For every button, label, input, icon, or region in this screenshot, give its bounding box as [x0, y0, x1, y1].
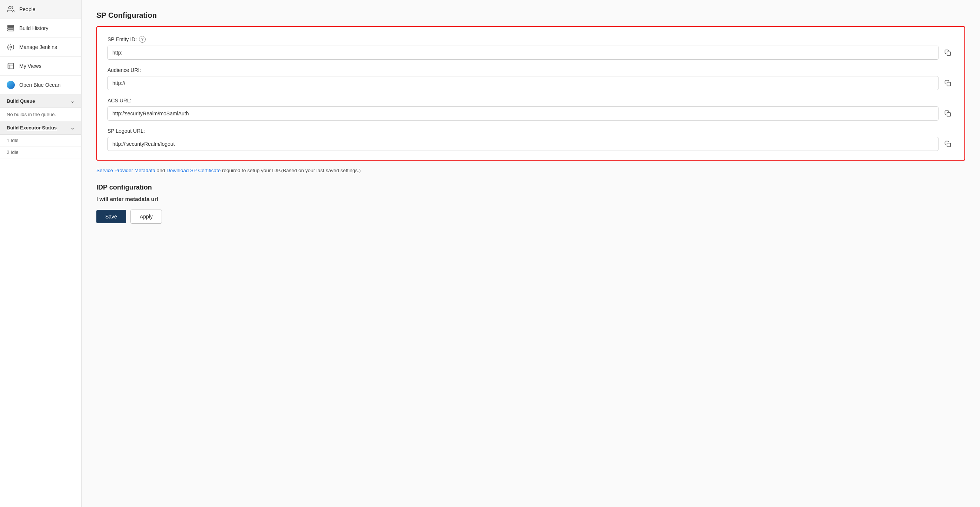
sidebar-item-my-views-label: My Views — [19, 63, 41, 69]
audience-uri-label-text: Audience URI: — [108, 67, 141, 73]
sp-entity-id-input[interactable] — [108, 46, 939, 60]
executor-1-status: Idle — [11, 138, 19, 143]
executor-2-id: 2 — [7, 150, 11, 155]
apply-button[interactable]: Apply — [130, 210, 162, 224]
sidebar-item-manage-jenkins[interactable]: Manage Jenkins — [0, 38, 81, 57]
build-executor-title-label: Build Executor Status — [7, 125, 57, 131]
svg-rect-9 — [947, 143, 951, 147]
field-group-audience-uri: Audience URI: — [108, 67, 954, 90]
idp-config-title: IDP configuration — [96, 183, 965, 191]
sp-logout-url-input[interactable] — [108, 137, 939, 151]
acs-url-copy-button[interactable] — [942, 107, 954, 120]
build-queue-section[interactable]: Build Queue ⌄ — [0, 94, 81, 108]
executor-item-2: 2 Idle — [0, 147, 81, 158]
build-queue-chevron-icon: ⌄ — [70, 98, 75, 104]
build-queue-title: Build Queue — [7, 98, 35, 104]
svg-point-4 — [10, 46, 12, 48]
sidebar-item-people[interactable]: People — [0, 0, 81, 19]
sidebar-item-build-history-label: Build History — [19, 25, 49, 31]
service-provider-metadata-link[interactable]: Service Provider Metadata — [96, 167, 155, 173]
sp-config-box: SP Entity ID: ? Audience URI: — [96, 26, 965, 161]
my-views-icon — [7, 62, 15, 70]
sp-entity-id-label-text: SP Entity ID: — [108, 36, 137, 42]
sp-config-title: SP Configuration — [96, 11, 965, 20]
sp-entity-id-help-icon[interactable]: ? — [139, 36, 146, 43]
sp-entity-id-label: SP Entity ID: ? — [108, 36, 954, 43]
svg-point-0 — [8, 7, 11, 9]
audience-uri-input[interactable] — [108, 76, 939, 90]
svg-rect-5 — [8, 64, 14, 69]
sp-config-section: SP Configuration SP Entity ID: ? — [96, 11, 965, 224]
executor-item-1: 1 Idle — [0, 135, 81, 147]
build-executor-link[interactable]: Build Executor Status — [7, 125, 57, 131]
acs-url-input-wrapper — [108, 107, 954, 121]
button-row: Save Apply — [96, 210, 965, 224]
build-history-icon — [7, 24, 15, 32]
blue-ocean-icon — [7, 81, 15, 89]
field-group-sp-logout-url: SP Logout URL: — [108, 128, 954, 151]
audience-uri-label: Audience URI: — [108, 67, 954, 73]
manage-jenkins-icon — [7, 43, 15, 51]
svg-rect-6 — [947, 52, 951, 56]
sidebar-item-open-blue-ocean-label: Open Blue Ocean — [19, 82, 60, 88]
metadata-and-text: and — [157, 167, 166, 173]
svg-rect-2 — [8, 27, 14, 29]
sp-entity-id-input-wrapper — [108, 46, 954, 60]
acs-url-label-text: ACS URL: — [108, 97, 132, 104]
sp-logout-url-label-text: SP Logout URL: — [108, 128, 145, 134]
people-icon — [7, 5, 15, 13]
sidebar-item-build-history[interactable]: Build History — [0, 19, 81, 38]
build-executor-chevron-icon: ⌄ — [70, 125, 75, 131]
sp-logout-url-copy-button[interactable] — [942, 138, 954, 150]
sidebar-item-manage-jenkins-label: Manage Jenkins — [19, 44, 57, 50]
svg-rect-3 — [8, 30, 14, 31]
field-group-sp-entity-id: SP Entity ID: ? — [108, 36, 954, 60]
svg-rect-8 — [947, 113, 951, 116]
sidebar-item-open-blue-ocean[interactable]: Open Blue Ocean — [0, 76, 81, 94]
field-group-acs-url: ACS URL: — [108, 97, 954, 121]
sp-entity-id-copy-button[interactable] — [942, 46, 954, 59]
svg-rect-1 — [8, 26, 14, 27]
acs-url-label: ACS URL: — [108, 97, 954, 104]
executor-2-status: Idle — [11, 150, 19, 155]
audience-uri-input-wrapper — [108, 76, 954, 90]
metadata-suffix-text: required to setup your IDP.(Based on you… — [222, 167, 361, 173]
executor-1-id: 1 — [7, 138, 11, 143]
metadata-links-paragraph: Service Provider Metadata and Download S… — [96, 167, 965, 175]
sidebar-item-people-label: People — [19, 6, 36, 12]
download-sp-certificate-link[interactable]: Download SP Certificate — [166, 167, 221, 173]
idp-metadata-sub-title: I will enter metadata url — [96, 196, 965, 202]
sp-logout-url-input-wrapper — [108, 137, 954, 151]
audience-uri-copy-button[interactable] — [942, 77, 954, 89]
build-executor-section[interactable]: Build Executor Status ⌄ — [0, 121, 81, 135]
sidebar: People Build History Manage Jenkins — [0, 0, 81, 507]
svg-rect-7 — [947, 82, 951, 86]
sidebar-item-my-views[interactable]: My Views — [0, 57, 81, 76]
save-button[interactable]: Save — [96, 210, 126, 223]
build-queue-empty-message: No builds in the queue. — [7, 112, 56, 117]
acs-url-input[interactable] — [108, 107, 939, 121]
build-queue-content: No builds in the queue. — [0, 108, 81, 121]
main-content: SP Configuration SP Entity ID: ? — [81, 0, 980, 507]
sp-logout-url-label: SP Logout URL: — [108, 128, 954, 134]
